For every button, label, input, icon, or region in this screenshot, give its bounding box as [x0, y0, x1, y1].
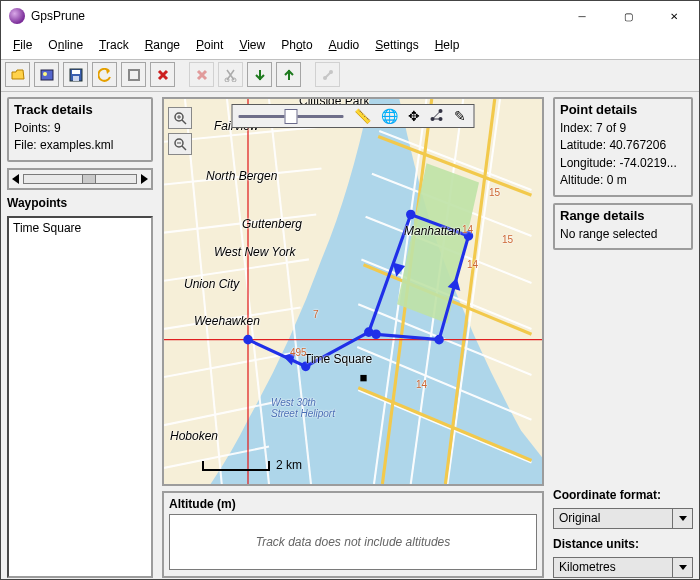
svg-point-1	[43, 72, 47, 76]
map-scale-label: 2 km	[276, 458, 302, 472]
map-toolbar: 📏 🌐 ✥ ✎	[232, 104, 475, 128]
map-label: West 30thStreet Heliport	[271, 397, 335, 419]
map-label: West New York	[214, 245, 296, 259]
altitude-message: Track data does not include altitudes	[256, 535, 451, 549]
track-point-slider[interactable]	[7, 168, 153, 190]
zoom-in-button[interactable]	[168, 107, 192, 129]
slider-next-icon[interactable]	[141, 174, 148, 184]
altitude-title: Altitude (m)	[169, 497, 537, 511]
slider-prev-icon[interactable]	[12, 174, 19, 184]
range-details-title: Range details	[560, 208, 686, 223]
undo-button[interactable]	[92, 62, 117, 87]
window-titlebar: GpsPrune ─ ▢ ✕	[1, 1, 699, 31]
connect-points-icon[interactable]	[430, 108, 444, 124]
window-title: GpsPrune	[31, 9, 85, 23]
range-start-button[interactable]	[247, 62, 272, 87]
map-label: Manhattan	[404, 224, 461, 238]
connect-button	[315, 62, 340, 87]
compress-button[interactable]	[121, 62, 146, 87]
chevron-down-icon[interactable]	[672, 509, 692, 528]
map-canvas[interactable]	[164, 99, 542, 484]
main-toolbar	[1, 59, 699, 92]
distance-units-select[interactable]: Kilometres	[553, 557, 693, 578]
range-end-button[interactable]	[276, 62, 301, 87]
app-icon	[9, 8, 25, 24]
svg-rect-20	[360, 375, 366, 381]
edit-mode-icon[interactable]: ✎	[454, 109, 466, 123]
waypoints-list[interactable]: Time Square	[7, 216, 153, 578]
track-points-row: Points: 9	[14, 120, 146, 137]
svg-point-18	[436, 336, 442, 342]
menu-help[interactable]: Help	[429, 35, 466, 55]
range-details-panel: Range details No range selected	[553, 203, 693, 250]
svg-point-13	[245, 336, 251, 342]
waypoints-label: Waypoints	[7, 196, 153, 210]
autopan-icon[interactable]: ✥	[408, 109, 420, 123]
svg-line-26	[182, 146, 186, 150]
track-details-title: Track details	[14, 102, 146, 117]
map-label: North Bergen	[206, 169, 277, 183]
waypoint-label: Time Square	[304, 352, 372, 366]
globe-icon[interactable]: 🌐	[381, 109, 398, 123]
open-file-button[interactable]	[5, 62, 30, 87]
menubar: File Online Track Range Point View Photo…	[1, 31, 699, 59]
window-maximize-button[interactable]: ▢	[605, 1, 651, 31]
map-label: Guttenberg	[242, 217, 302, 231]
menu-file[interactable]: File	[7, 35, 38, 55]
menu-point[interactable]: Point	[190, 35, 229, 55]
menu-track[interactable]: Track	[93, 35, 135, 55]
altitude-chart: Track data does not include altitudes	[169, 514, 537, 570]
svg-rect-0	[41, 70, 53, 80]
svg-point-16	[408, 211, 414, 217]
map-panel[interactable]: Fairview North Bergen Guttenberg West Ne…	[162, 97, 544, 486]
svg-rect-3	[72, 70, 80, 74]
menu-range[interactable]: Range	[139, 35, 186, 55]
altitude-panel: Altitude (m) Track data does not include…	[162, 491, 544, 578]
coord-format-select[interactable]: Original	[553, 508, 693, 529]
add-photo-button[interactable]	[34, 62, 59, 87]
map-label: Hoboken	[170, 429, 218, 443]
svg-rect-5	[129, 70, 139, 80]
list-item[interactable]: Time Square	[11, 220, 149, 236]
window-close-button[interactable]: ✕	[651, 1, 697, 31]
track-file-row: File: examples.kml	[14, 137, 146, 154]
range-message: No range selected	[560, 226, 686, 243]
chevron-down-icon[interactable]	[672, 558, 692, 577]
point-details-panel: Point details Index: 7 of 9 Latitude: 40…	[553, 97, 693, 197]
menu-photo[interactable]: Photo	[275, 35, 318, 55]
scale-icon[interactable]: 📏	[354, 109, 371, 123]
window-minimize-button[interactable]: ─	[559, 1, 605, 31]
distance-units-label: Distance units:	[553, 537, 693, 551]
point-details-title: Point details	[560, 102, 686, 117]
zoom-out-button[interactable]	[168, 133, 192, 155]
distance-units-value: Kilometres	[554, 558, 672, 577]
menu-settings[interactable]: Settings	[369, 35, 424, 55]
track-details-panel: Track details Points: 9 File: examples.k…	[7, 97, 153, 162]
delete-point-button[interactable]	[150, 62, 175, 87]
menu-online[interactable]: Online	[42, 35, 89, 55]
map-label: Weehawken	[194, 314, 260, 328]
map-scale-bar: 2 km	[202, 458, 302, 472]
svg-rect-4	[73, 76, 79, 81]
map-label: Union City	[184, 277, 239, 291]
map-opacity-slider[interactable]	[239, 108, 344, 124]
delete-range-button	[189, 62, 214, 87]
save-button[interactable]	[63, 62, 88, 87]
menu-view[interactable]: View	[233, 35, 271, 55]
coord-format-value: Original	[554, 509, 672, 528]
coord-format-label: Coordinate format:	[553, 488, 693, 502]
menu-audio[interactable]: Audio	[323, 35, 366, 55]
svg-point-15	[366, 329, 372, 335]
svg-line-22	[182, 120, 186, 124]
cut-button	[218, 62, 243, 87]
svg-point-19	[373, 331, 379, 337]
